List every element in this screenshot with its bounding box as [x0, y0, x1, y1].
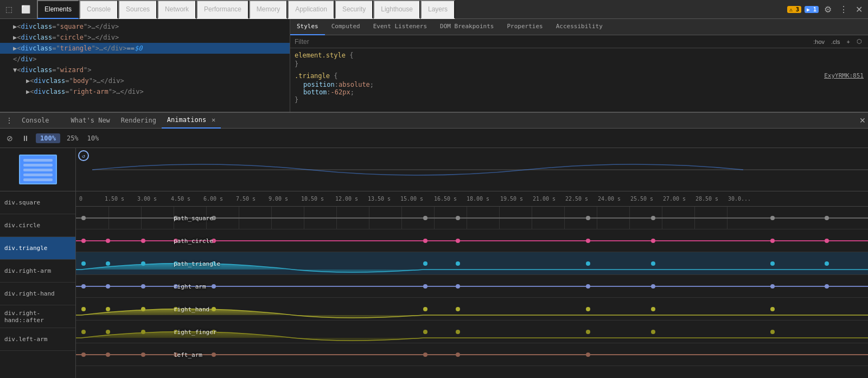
tab-network[interactable]: Network — [157, 0, 196, 19]
dot-rh-9 — [770, 307, 775, 311]
stop-animation-button[interactable]: ⊘ — [4, 133, 15, 144]
tab-styles[interactable]: Styles — [290, 19, 325, 35]
tab-security[interactable]: Security — [335, 0, 373, 19]
replay-button[interactable]: ↺ — [78, 150, 89, 161]
tab-elements[interactable]: Elements — [37, 0, 79, 19]
cls-button[interactable]: .cls — [829, 38, 842, 46]
dot-ci-1 — [106, 239, 110, 243]
tab-console[interactable]: Console — [79, 0, 118, 19]
time-9: 13.50 s — [368, 196, 391, 202]
drawer-tab-console[interactable]: Console — [16, 112, 55, 129]
close-drawer-button[interactable]: ✕ — [859, 116, 866, 125]
nav-right: ⚠ 3 ▶ 1 ⚙ ⋮ ✕ — [787, 3, 865, 16]
tab-layers[interactable]: Layers — [420, 0, 455, 19]
dot-rha-5 — [423, 330, 427, 334]
device-icon[interactable]: ⬜ — [19, 4, 33, 15]
rule-selector-triangle: .triangle { — [295, 72, 864, 80]
dot-ci-6 — [456, 239, 460, 243]
filter-input[interactable] — [295, 38, 807, 46]
inspect-icon[interactable]: ⬚ — [3, 4, 15, 15]
rule-prop-bottom: bottom : -62px ; — [295, 88, 864, 96]
top-nav: ⬚ ⬜ Elements Console Sources Network Per… — [0, 0, 868, 19]
anim-preview-col: div.square div.circle div.triangle div.r… — [0, 148, 76, 378]
speed-10-option[interactable]: 10% — [85, 133, 101, 143]
hov-button[interactable]: :hov — [812, 38, 826, 46]
replay-icon-area: ↺ — [78, 150, 89, 161]
dot-tr-1 — [106, 261, 110, 266]
tab-event-listeners[interactable]: Event Listeners — [367, 19, 433, 35]
tab-computed[interactable]: Computed — [325, 19, 367, 35]
anim-label-div-circle[interactable]: div.circle — [0, 214, 75, 237]
tree-node-square[interactable]: ▶ <div class="square">…</div> — [0, 21, 290, 32]
add-style-button[interactable]: + — [845, 38, 852, 46]
anim-label-div-right-hand[interactable]: div.right-hand — [0, 283, 75, 305]
style-rule-element: element.style { } — [295, 52, 864, 68]
drawer-tab-whats-new[interactable] — [55, 112, 66, 129]
new-style-rule-button[interactable]: ⬡ — [855, 37, 864, 46]
close-animations-tab[interactable]: ✕ — [212, 116, 215, 124]
tree-node-body[interactable]: ▶ <div class="body">…</div> — [0, 75, 290, 86]
anim-labels: div.square div.circle div.triangle div.r… — [0, 191, 75, 378]
rule-source-triangle[interactable]: ExyYRMK:851 — [824, 72, 864, 79]
time-2: 3.00 s — [137, 196, 157, 202]
dot-sq-5 — [586, 216, 590, 220]
anim-label-div-left-arm[interactable]: div.left-arm — [0, 328, 75, 351]
dot-rh-0 — [81, 307, 86, 311]
timeline-row-triangle: path_triangle — [76, 252, 868, 275]
drawer-tab-animations[interactable]: Animations ✕ — [162, 112, 221, 129]
tab-properties[interactable]: Properties — [500, 19, 549, 35]
dot-rha-3 — [174, 330, 178, 334]
more-icon[interactable]: ⋮ — [837, 3, 850, 16]
dot-la-1 — [106, 353, 110, 357]
pause-animation-button[interactable]: ⏸ — [20, 133, 31, 144]
dot-ra-4 — [212, 284, 216, 289]
anim-label-div-triangle[interactable]: div.triangle — [0, 237, 75, 260]
drawer-tab-rendering[interactable]: Rendering — [116, 112, 162, 129]
dot-rha-4 — [212, 330, 216, 334]
time-15: 22.50 s — [565, 196, 588, 202]
time-19: 28.50 s — [695, 196, 718, 202]
drawer-tab-whats-new-label[interactable]: What's New — [66, 112, 116, 129]
tab-accessibility[interactable]: Accessibility — [550, 19, 609, 35]
tree-node-wizard[interactable]: ▼ <div class="wizard"> — [0, 65, 290, 75]
dot-ra-9 — [770, 284, 775, 289]
dot-sq-0 — [81, 216, 86, 220]
anim-label-div-right-hand-after[interactable]: div.right-hand::after — [0, 305, 75, 328]
settings-icon[interactable]: ⚙ — [822, 3, 834, 16]
dot-sq-3 — [423, 216, 427, 220]
rule-prop-position: position : absolute ; — [295, 81, 864, 88]
speed-25-option[interactable]: 25% — [65, 133, 81, 143]
tab-lighthouse[interactable]: Lighthouse — [373, 0, 420, 19]
dot-rh-5 — [423, 307, 427, 311]
close-devtools-icon[interactable]: ✕ — [853, 3, 865, 16]
drawer-menu-button[interactable]: ⋮ — [2, 115, 16, 126]
tab-dom-breakpoints[interactable]: DOM Breakpoints — [433, 19, 500, 35]
time-4: 6.00 s — [203, 196, 223, 202]
dot-rh-4 — [212, 307, 216, 311]
time-12: 18.00 s — [467, 196, 489, 202]
dot-ci-3 — [174, 239, 178, 243]
tree-node-close-div[interactable]: </div> — [0, 54, 290, 65]
preview-box-area — [0, 148, 75, 191]
timeline-row-right-hand: right_hand — [76, 298, 868, 321]
anim-label-div-right-arm[interactable]: div.right-arm — [0, 260, 75, 283]
timeline-header: 0 1.50 s 3.00 s 4.50 s 6.00 s 7.50 s 9.0… — [76, 191, 868, 207]
tab-performance[interactable]: Performance — [196, 0, 249, 19]
tree-node-circle[interactable]: ▶ <div class="circle">…</div> — [0, 32, 290, 43]
anim-timeline-col: ↺ 0 1.50 s 3.00 s 4.50 s 6.00 s — [76, 148, 868, 378]
tab-application[interactable]: Application — [288, 0, 335, 19]
anim-label-div-square[interactable]: div.square — [0, 191, 75, 214]
dot-ci-5 — [423, 239, 427, 243]
tab-memory[interactable]: Memory — [249, 0, 288, 19]
tab-sources[interactable]: Sources — [118, 0, 157, 19]
dot-ra-2 — [141, 284, 145, 289]
speed-active-badge: 100% — [36, 133, 60, 143]
tree-node-triangle[interactable]: ▶ <div class="triangle">…</div> == $0 — [0, 43, 290, 54]
warning-badge: ⚠ 3 — [787, 6, 801, 13]
dot-sq-8 — [825, 216, 829, 220]
dot-tr-3 — [174, 261, 178, 266]
time-10: 15.00 s — [400, 196, 423, 202]
animation-preview-box — [19, 155, 57, 184]
tree-node-right-arm[interactable]: ▶ <div class="right-arm">…</div> — [0, 86, 290, 97]
dot-rh-7 — [586, 307, 590, 311]
